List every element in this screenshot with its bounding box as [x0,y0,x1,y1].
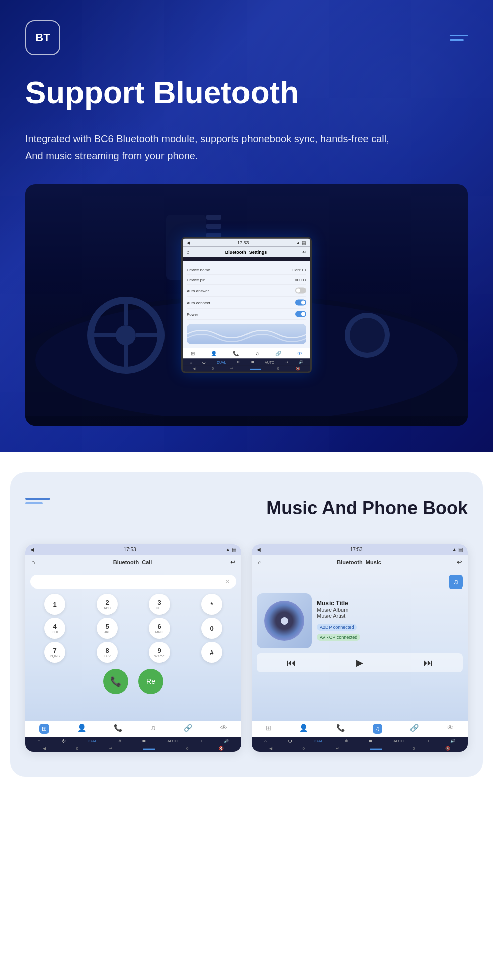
music-note-container: ♫ [257,575,463,589]
svg-point-9 [350,318,385,353]
power-row: Power [187,309,306,320]
svg-rect-12 [206,224,221,229]
music-title-bar: ⌂ Bluetooth_Music ↩ [252,555,468,570]
prev-track-button[interactable]: ⏮ [287,658,296,668]
wave-decoration [187,324,306,344]
music-nav-grid[interactable]: ⊞ [266,724,272,734]
svg-point-3 [116,325,136,345]
call-status-bar: ◀ 17:53 ▲ ▤ [25,544,241,555]
subtitle: Integrated with BC6 Bluetooth module, su… [25,130,468,164]
hamburger-line-1 [450,35,468,36]
car-container: ◀ 17:53 ▲ ▤ ⌂ Bluetooth_Settings ↩ [25,184,468,426]
music-nav-note[interactable]: ♫ [373,724,382,734]
device-pin-row: Device pin 0000 › [187,275,306,285]
bluetooth-music-card: ◀ 17:53 ▲ ▤ ⌂ Bluetooth_Music ↩ ♫ [252,544,468,752]
dial-0[interactable]: 0 [201,618,222,639]
header-section: BT Support Bluetooth Integrated with BC6… [0,0,493,452]
answer-call-button[interactable]: 📞 [103,669,128,694]
call-title-bar: ⌂ Bluetooth_Call ↩ [25,555,241,570]
svg-rect-11 [206,215,221,220]
nav-person-icon[interactable]: 👤 [77,724,86,734]
call-buttons: 📞 Re [30,669,236,694]
dial-5[interactable]: 5JKL [97,618,118,639]
music-art-row: Music Title Music Album Music Artist A2D… [257,593,463,648]
settings-rows: Device name CarBT › Device pin 0000 › Au… [183,261,310,348]
music-status-bar: ◀ 17:53 ▲ ▤ [252,544,468,555]
nav-music-icon[interactable]: ♫ [150,724,156,734]
dial-1[interactable]: 1 [44,594,65,615]
top-nav: BT [25,20,468,55]
auto-answer-toggle[interactable] [295,288,306,294]
nav-grid-icon[interactable]: ⊞ [39,724,49,734]
avrcp-badge: AVRCP connected [317,634,360,641]
dialpad-grid: 1 2ABC 3DEF * 4GHI 5JKL 6MNO 0 7PQRS 8TU… [30,594,236,663]
a2dp-badge: A2DP connected [317,624,357,631]
section-menu-icon [25,498,50,504]
music-phone-section: Music And Phone Book ◀ 17:53 ▲ ▤ ⌂ Bluet… [10,472,483,777]
screen-header: ⌂ Bluetooth_Settings ↩ [183,247,310,257]
album-art [257,593,312,648]
album-disc [264,601,304,641]
music-bottom-bar: ⌂⏻DUAL❄⇄AUTO⇢🔊 [252,737,468,745]
bluetooth-settings-screen: ◀ 17:53 ▲ ▤ ⌂ Bluetooth_Settings ↩ [181,237,312,373]
dial-3[interactable]: 3DEF [149,594,170,615]
page-title: Support Bluetooth [25,75,468,110]
device-name-row: Device name CarBT › [187,265,306,275]
dial-4[interactable]: 4GHI [44,618,65,639]
end-call-button[interactable]: Re [138,669,163,694]
auto-answer-row: Auto answer [187,285,306,297]
screen-status-bar: ◀ 17:53 ▲ ▤ [183,239,310,247]
music-info: Music Title Music Album Music Artist A2D… [312,600,463,642]
nav-eye-icon[interactable]: 👁 [220,724,227,734]
menu-line-1 [25,498,50,500]
dial-8[interactable]: 8TUV [97,642,118,663]
section-divider [25,529,468,529]
bt-logo: BT [25,20,60,55]
car-background: ◀ 17:53 ▲ ▤ ⌂ Bluetooth_Settings ↩ [25,184,468,426]
dial-star[interactable]: * [201,594,222,615]
music-nav-phone[interactable]: 📞 [336,724,345,734]
dial-2[interactable]: 2ABC [97,594,118,615]
nav-phone-icon[interactable]: 📞 [114,724,122,734]
power-toggle[interactable] [295,311,306,317]
section-title: Music And Phone Book [266,498,468,519]
call-bottom-bar: ⌂⏻DUAL❄⇄AUTO⇢🔊 [25,737,241,745]
music-body: ♫ Music Title Music Album Music Artist A… [252,570,468,721]
call-body: ✕ 1 2ABC 3DEF * 4GHI 5JKL 6MNO 0 7PQRS 8… [25,570,241,721]
dialpad-input[interactable]: ✕ [30,575,236,589]
bluetooth-call-card: ◀ 17:53 ▲ ▤ ⌂ Bluetooth_Call ↩ ✕ 1 2ABC … [25,544,241,752]
page-title-section: Support Bluetooth [25,75,468,110]
section-header: Music And Phone Book [25,498,468,519]
dial-7[interactable]: 7PQRS [44,642,65,663]
call-nav: ⊞ 👤 📞 ♫ 🔗 👁 [25,721,241,737]
phone-screens-row: ◀ 17:53 ▲ ▤ ⌂ Bluetooth_Call ↩ ✕ 1 2ABC … [25,544,468,752]
dial-6[interactable]: 6MNO [149,618,170,639]
music-note-icon: ♫ [449,575,463,589]
play-pause-button[interactable]: ▶ [356,657,363,668]
screen-nav: ⊞ 👤 📞 ♫ 🔗 👁 [183,348,310,359]
hamburger-line-2 [450,39,464,41]
auto-connect-toggle[interactable] [295,300,306,306]
music-nav: ⊞ 👤 📞 ♫ 🔗 👁 [252,721,468,737]
screen-bottom-bar: ⌂⏻DUAL❄⇄AUTO⇢🔊 [183,359,310,366]
nav-link-icon[interactable]: 🔗 [184,724,192,734]
title-divider [25,120,468,120]
music-nav-eye[interactable]: 👁 [447,724,454,734]
music-controls: ⏮ ▶ ⏭ [257,653,463,672]
music-nav-link[interactable]: 🔗 [410,724,419,734]
dial-hash[interactable]: # [201,642,222,663]
next-track-button[interactable]: ⏭ [424,658,433,668]
dial-9[interactable]: 9WXYZ [149,642,170,663]
music-nav-person[interactable]: 👤 [299,724,308,734]
hamburger-menu[interactable] [450,35,468,41]
auto-connect-row: Auto connect [187,297,306,309]
car-screen-mockup: ◀ 17:53 ▲ ▤ ⌂ Bluetooth_Settings ↩ [181,237,312,373]
menu-line-2 [25,502,43,504]
car-dashboard: ◀ 17:53 ▲ ▤ ⌂ Bluetooth_Settings ↩ [25,184,468,426]
